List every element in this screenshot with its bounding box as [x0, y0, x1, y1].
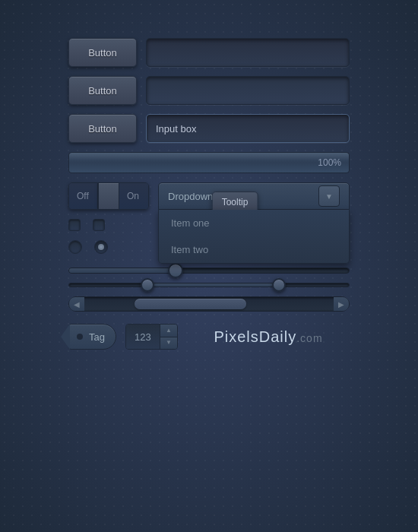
dropdown-item-2[interactable]: Item two	[159, 236, 349, 263]
slider-1-track[interactable]	[68, 268, 350, 274]
row-2: Button	[68, 76, 350, 105]
toggle-dropdown-row: Off On Dropdown ▼ Item one Item two	[68, 182, 350, 210]
brand-text: PixelsDaily.com	[187, 328, 350, 346]
checkbox-1[interactable]	[68, 219, 81, 231]
tag-button[interactable]: Tag	[68, 324, 116, 350]
progress-label: 100%	[318, 157, 341, 168]
progress-bar: 100%	[68, 152, 350, 173]
brand-tld: .com	[296, 332, 322, 344]
slider-2-track[interactable]	[68, 283, 350, 287]
toggle-thumb[interactable]	[98, 183, 119, 209]
slider-2-thumb-right[interactable]	[272, 278, 286, 292]
slider-1-container	[68, 268, 350, 274]
slider-1-fill	[69, 268, 176, 273]
number-input-group[interactable]: ▲ ▼	[125, 324, 178, 350]
input-field-1[interactable]	[146, 38, 350, 67]
dropdown-label: Dropdown	[168, 191, 213, 202]
tag-notch	[77, 334, 83, 340]
slider-1-thumb[interactable]	[168, 263, 183, 278]
dropdown-item-1[interactable]: Item one	[159, 210, 349, 236]
toggle-off[interactable]: Off	[69, 183, 98, 209]
row-1: Button	[68, 38, 350, 67]
slider-2-thumb-left[interactable]	[141, 278, 154, 292]
input-field-2[interactable]	[146, 76, 350, 105]
left-controls	[68, 219, 108, 254]
scrollbar-thumb[interactable]	[135, 299, 247, 309]
progress-bar-shine	[69, 153, 349, 160]
button-1[interactable]: Button	[68, 38, 137, 67]
brand-name: PixelsDaily	[214, 328, 296, 345]
dropdown-menu: Item one Item two	[158, 210, 350, 264]
toggle-group[interactable]: Off On	[68, 182, 149, 210]
input-field-3[interactable]	[146, 114, 350, 143]
scrollbar-track[interactable]	[84, 297, 334, 311]
radio-1[interactable]	[68, 240, 82, 254]
number-input[interactable]	[126, 325, 160, 349]
number-arrows: ▲ ▼	[160, 325, 177, 349]
scrollbar[interactable]: ◀ ▶	[68, 296, 350, 312]
slider-2-fill	[147, 283, 279, 287]
button-2[interactable]: Button	[68, 76, 137, 105]
scrollbar-right-arrow-icon[interactable]: ▶	[334, 297, 349, 311]
button-3[interactable]: Button	[68, 114, 137, 143]
checkbox-2[interactable]	[93, 219, 105, 231]
toggle-on[interactable]: On	[119, 183, 148, 209]
tag-label: Tag	[89, 331, 105, 343]
number-down-button[interactable]: ▼	[160, 337, 177, 350]
radio-2[interactable]	[94, 240, 108, 254]
bottom-row: Tag ▲ ▼ PixelsDaily.com	[68, 324, 350, 350]
number-up-button[interactable]: ▲	[160, 325, 177, 337]
row-3: Button	[68, 114, 350, 143]
slider-2-container	[68, 283, 350, 287]
scrollbar-left-arrow-icon[interactable]: ◀	[69, 297, 84, 311]
dropdown-arrow-icon[interactable]: ▼	[318, 185, 340, 207]
